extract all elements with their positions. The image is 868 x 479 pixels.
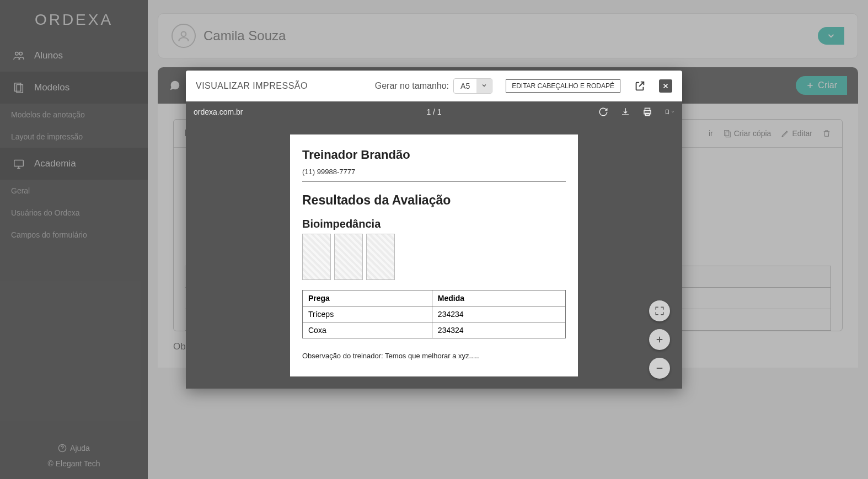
pdf-trainer-name: Treinador Brandão (302, 148, 566, 162)
bookmark-icon (665, 107, 670, 116)
zoom-controls (649, 300, 670, 379)
table-row: Tríceps 234234 (303, 306, 566, 322)
pdf-body-image (366, 234, 395, 280)
chevron-down-icon (476, 79, 492, 93)
pdf-page: Treinador Brandão (11) 99988-7777 Result… (290, 134, 578, 376)
print-preview-modal: VISUALIZAR IMPRESSÃO Gerar no tamanho: A… (186, 71, 682, 389)
fit-button[interactable] (649, 300, 670, 321)
pdf-col-medida: Medida (432, 290, 565, 306)
cell-prega: Tríceps (303, 306, 432, 322)
table-row: Coxa 234324 (303, 322, 566, 338)
cell-prega: Coxa (303, 322, 432, 338)
pdf-viewer: ordexa.com.br 1 / 1 (186, 101, 682, 389)
popout-button[interactable] (634, 80, 646, 92)
plus-icon (655, 335, 665, 345)
pdf-body-image (302, 234, 331, 280)
close-icon (662, 82, 669, 90)
pdf-url: ordexa.com.br (194, 107, 243, 116)
minus-icon (655, 363, 665, 373)
print-button[interactable] (642, 107, 652, 117)
cell-medida: 234324 (432, 322, 565, 338)
size-select[interactable]: A5 (453, 78, 492, 94)
bookmark-menu[interactable] (665, 107, 674, 117)
pdf-toolbar: ordexa.com.br 1 / 1 (186, 101, 682, 122)
cell-medida: 234234 (432, 306, 565, 322)
close-button[interactable] (659, 79, 672, 93)
pdf-section-title: Resultados da Avaliação (302, 193, 566, 208)
pdf-scroll-area[interactable]: Treinador Brandão (11) 99988-7777 Result… (186, 122, 682, 389)
pdf-body-images (302, 234, 566, 280)
modal-title: VISUALIZAR IMPRESSÃO (196, 81, 308, 91)
size-group: Gerar no tamanho: A5 EDITAR CABEÇALHO E … (375, 78, 672, 94)
download-icon (620, 107, 630, 117)
pdf-body-image (334, 234, 363, 280)
pdf-page-indicator: 1 / 1 (426, 107, 441, 116)
fit-icon (655, 306, 665, 316)
pdf-col-prega: Prega (303, 290, 432, 306)
pdf-subsection-title: Bioimpedância (302, 218, 566, 230)
edit-header-footer-button[interactable]: EDITAR CABEÇALHO E RODAPÉ (506, 79, 620, 93)
pdf-tools (598, 107, 674, 117)
rotate-icon (598, 107, 608, 117)
chevron-down-icon (671, 109, 674, 115)
pdf-observation: Observação do treinador: Temos que melho… (302, 352, 566, 360)
download-button[interactable] (620, 107, 630, 117)
printer-icon (642, 107, 652, 117)
zoom-out-button[interactable] (649, 358, 670, 379)
pdf-measure-table: Prega Medida Tríceps 234234 Coxa 234324 (302, 290, 566, 338)
size-label: Gerar no tamanho: (375, 81, 449, 91)
size-value: A5 (454, 79, 476, 93)
modal-header: VISUALIZAR IMPRESSÃO Gerar no tamanho: A… (186, 71, 682, 101)
modal-overlay[interactable]: VISUALIZAR IMPRESSÃO Gerar no tamanho: A… (0, 0, 868, 479)
zoom-in-button[interactable] (649, 329, 670, 350)
rotate-button[interactable] (598, 107, 608, 117)
external-link-icon (634, 80, 646, 92)
pdf-phone: (11) 99988-7777 (302, 162, 566, 182)
